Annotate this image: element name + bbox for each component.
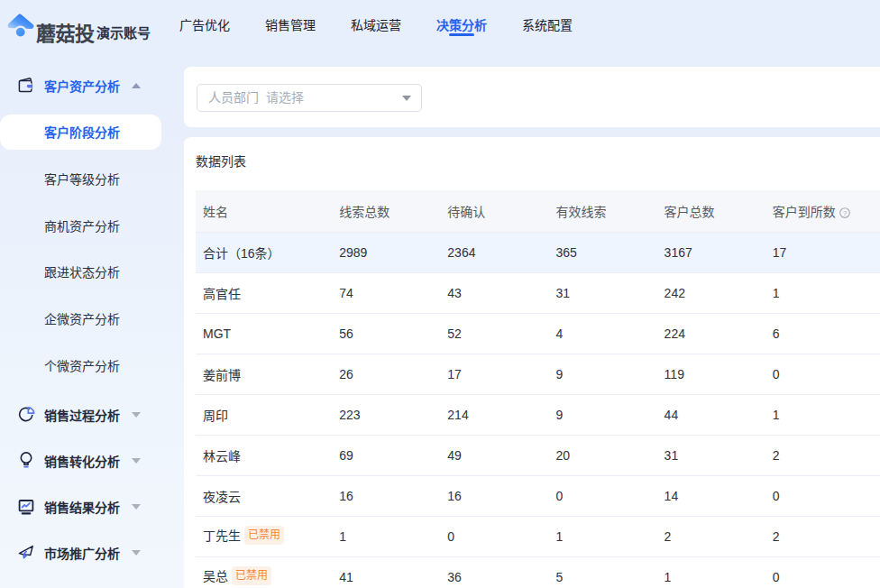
svg-text:?: ? (843, 209, 848, 217)
